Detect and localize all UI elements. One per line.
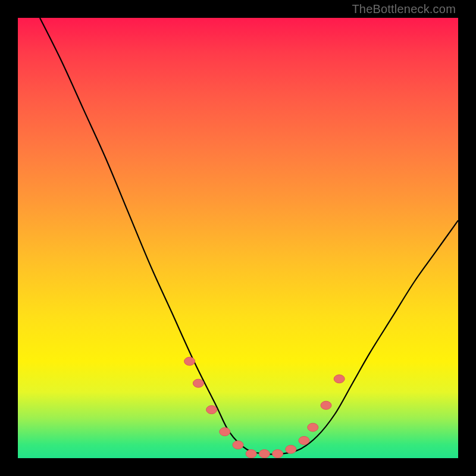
curve-marker <box>273 450 283 458</box>
curve-marker <box>220 428 230 436</box>
heat-gradient-plot-area <box>18 18 458 458</box>
marker-layer <box>184 357 345 458</box>
curve-marker <box>308 423 318 431</box>
curve-marker <box>193 379 203 387</box>
curve-marker <box>299 436 309 444</box>
curve-marker <box>321 401 331 409</box>
curve-marker <box>184 357 195 365</box>
chart-outer-frame: TheBottleneck.com <box>0 0 476 476</box>
bottleneck-curve-path <box>40 18 458 455</box>
curve-marker <box>206 406 217 414</box>
curve-marker <box>334 375 345 383</box>
curve-marker <box>246 450 256 458</box>
bottleneck-curve-svg <box>18 18 458 458</box>
watermark-text: TheBottleneck.com <box>352 2 456 16</box>
curve-layer <box>40 18 458 455</box>
curve-marker <box>286 445 296 453</box>
curve-marker <box>233 441 243 449</box>
curve-marker <box>259 450 270 458</box>
